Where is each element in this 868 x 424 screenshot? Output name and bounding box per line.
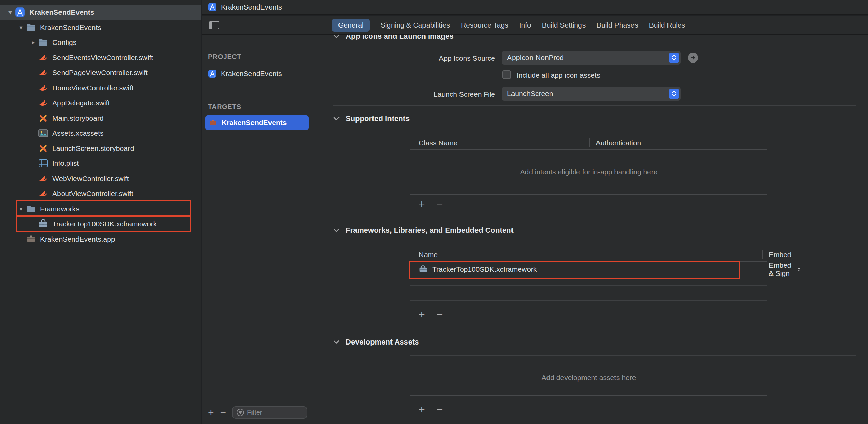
navigator-item-group[interactable]: ▾ KrakenSendEvents — [0, 20, 201, 35]
chevron-down-icon[interactable] — [333, 338, 340, 346]
editor-tab-bar: KrakenSendEvents — [202, 0, 868, 15]
remove-target-button[interactable]: − — [220, 407, 226, 418]
navigator-item-file[interactable]: Main.storyboard — [0, 111, 201, 126]
chevron-down-icon[interactable] — [333, 227, 340, 234]
swift-file-icon — [38, 83, 48, 93]
include-all-app-icon-assets-label: Include all app icon assets — [517, 71, 600, 80]
navigator-item-label: WebViewController.swift — [52, 175, 129, 183]
add-dev-asset-button[interactable]: + — [419, 404, 425, 415]
app-icons-source-popup[interactable]: AppIcon-NonProd — [502, 51, 681, 65]
column-embed: Embed — [769, 248, 792, 262]
table-row-divider — [410, 285, 767, 286]
section-supported-intents: Supported Intents — [333, 114, 410, 123]
swift-file-icon — [38, 174, 48, 184]
navigator-item-label: SendEventsViewController.swift — [52, 54, 153, 62]
combobox-button-icon — [669, 89, 679, 99]
filter-field[interactable] — [232, 406, 307, 419]
xcode-project-icon — [15, 7, 25, 17]
navigator-item-label: KrakenSendEvents — [40, 23, 101, 32]
disclosure-down-icon[interactable]: ▾ — [5, 8, 15, 16]
section-title: Frameworks, Libraries, and Embedded Cont… — [346, 226, 514, 235]
add-framework-button[interactable]: + — [419, 309, 425, 320]
inspector-toggle-icon[interactable] — [209, 20, 220, 30]
navigator-item-file[interactable]: LaunchScreen.storyboard — [0, 141, 201, 156]
editor-toolbar: General Signing & Capabilities Resource … — [202, 16, 868, 35]
filter-icon — [236, 408, 244, 417]
section-frameworks: Frameworks, Libraries, and Embedded Cont… — [333, 226, 514, 235]
tab-signing-capabilities[interactable]: Signing & Capabilities — [381, 19, 450, 32]
up-down-chevrons-icon — [671, 90, 677, 98]
section-title: Development Assets — [346, 338, 419, 347]
table-header: Name Embed — [410, 248, 767, 262]
column-name: Name — [419, 248, 438, 262]
navigator-item-project-root[interactable]: ▾ KrakenSendEvents — [0, 5, 201, 20]
app-icons-source-label: App Icons Source — [313, 54, 495, 63]
folder-icon — [26, 22, 36, 33]
tab-general[interactable]: General — [332, 19, 370, 32]
frameworks-add-remove: + − — [419, 309, 443, 320]
tab-resource-tags[interactable]: Resource Tags — [461, 19, 508, 32]
target-item-selected[interactable]: KrakenSendEvents — [205, 115, 309, 130]
tab-build-phases[interactable]: Build Phases — [596, 19, 638, 32]
column-separator — [589, 138, 590, 147]
development-assets-placeholder: Add development assets here — [410, 367, 767, 389]
highlight-box-framework-row — [409, 261, 740, 279]
highlight-box-frameworks-group — [16, 200, 191, 216]
include-all-app-icon-assets-checkbox[interactable] — [502, 70, 511, 79]
development-assets-add-remove: + − — [419, 404, 443, 415]
table-row-divider — [410, 300, 767, 301]
add-target-button[interactable]: + — [208, 407, 214, 418]
navigator-item-file[interactable]: SendEventsViewController.swift — [0, 50, 201, 66]
launch-screen-file-combobox[interactable]: LaunchScreen — [502, 87, 681, 101]
project-item[interactable]: KrakenSendEvents — [208, 69, 282, 78]
navigator-item-label: HomeViewController.swift — [52, 84, 134, 92]
navigator-item-file[interactable]: Assets.xcassets — [0, 126, 201, 141]
navigator-item-label: AppDelegate.swift — [52, 99, 110, 107]
navigator-item-file[interactable]: SendPageViewController.swift — [0, 65, 201, 81]
navigator-item-file[interactable]: AppDelegate.swift — [0, 95, 201, 111]
navigator-item-file[interactable]: AboutViewController.swift — [0, 186, 201, 201]
filter-input[interactable] — [247, 409, 303, 417]
column-separator — [762, 250, 763, 259]
navigator-item-label: Main.storyboard — [52, 114, 104, 122]
embed-setting-popup[interactable]: Embed & Sign — [769, 261, 801, 278]
launch-screen-file-label: Launch Screen File — [313, 90, 495, 99]
remove-intent-button[interactable]: − — [437, 198, 443, 209]
target-app-icon — [209, 118, 218, 127]
section-title: App Icons and Launch Images — [346, 35, 454, 41]
target-item-label: KrakenSendEvents — [222, 119, 287, 127]
tab-info[interactable]: Info — [519, 19, 531, 32]
table-row-divider — [410, 395, 767, 396]
project-item-label: KrakenSendEvents — [221, 70, 282, 78]
section-divider — [333, 329, 856, 329]
section-divider — [333, 105, 856, 106]
navigator-item-configs[interactable]: ▸ Configs — [0, 35, 201, 50]
app-product-icon — [26, 234, 36, 244]
navigator-item-app-product[interactable]: KrakenSendEvents.app — [0, 232, 201, 247]
swift-file-icon — [38, 68, 48, 78]
app-icons-source-value: AppIcon-NonProd — [507, 54, 669, 62]
tab-build-rules[interactable]: Build Rules — [649, 19, 685, 32]
swift-file-icon — [38, 98, 48, 108]
remove-dev-asset-button[interactable]: − — [437, 404, 443, 415]
disclosure-down-icon[interactable]: ▾ — [16, 24, 26, 31]
chevron-down-icon[interactable] — [333, 115, 340, 122]
add-intent-button[interactable]: + — [419, 198, 425, 209]
disclosure-right-icon[interactable]: ▸ — [29, 39, 38, 46]
project-section-label: PROJECT — [208, 53, 241, 61]
popup-stepper-icon — [669, 53, 679, 63]
jump-to-app-icon-button[interactable] — [688, 53, 698, 63]
tab-build-settings[interactable]: Build Settings — [542, 19, 586, 32]
targets-section-label: TARGETS — [208, 103, 241, 111]
remove-framework-button[interactable]: − — [437, 309, 443, 320]
swift-file-icon — [38, 53, 48, 63]
navigator-item-file[interactable]: HomeViewController.swift — [0, 81, 201, 96]
navigator-item-label: KrakenSendEvents.app — [40, 235, 115, 243]
chevron-down-icon[interactable] — [333, 35, 340, 40]
navigator-item-file[interactable]: WebViewController.swift — [0, 171, 201, 187]
general-settings-pane: App Icons and Launch Images App Icons So… — [313, 35, 868, 424]
navigator-item-file[interactable]: Info.plist — [0, 156, 201, 171]
highlight-box-xcframework — [16, 216, 191, 232]
storyboard-icon — [38, 143, 48, 154]
editor-tab-title[interactable]: KrakenSendEvents — [221, 3, 282, 11]
